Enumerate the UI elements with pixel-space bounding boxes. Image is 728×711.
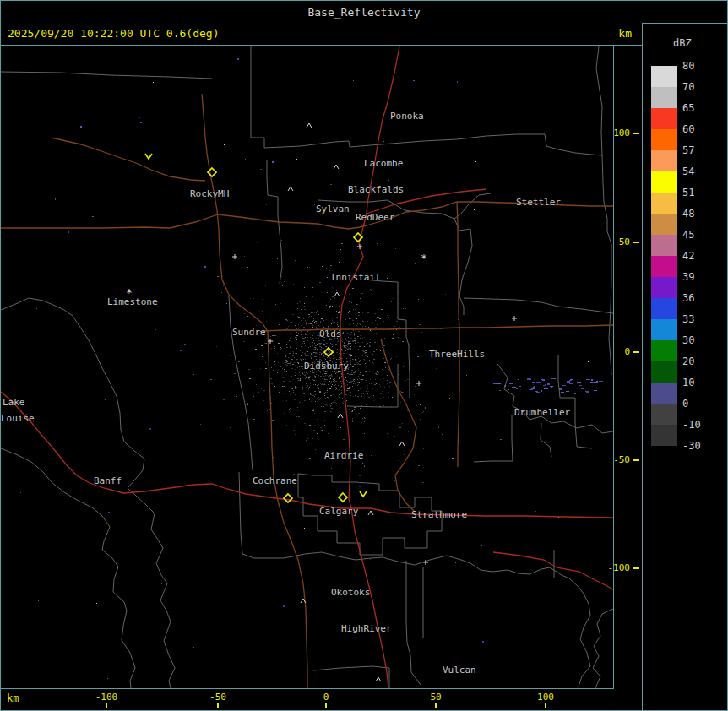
echo-dot (280, 312, 281, 312)
echo-dot (307, 385, 308, 386)
echo-dot (335, 344, 336, 345)
echo-dot (332, 312, 333, 312)
echo-dot (357, 336, 359, 337)
weak-echo-dot (370, 559, 371, 560)
echo-dot (414, 394, 415, 395)
echo-streak (594, 390, 597, 391)
echo-dot (324, 384, 325, 385)
echo-dot (297, 308, 298, 309)
echo-streak (536, 382, 541, 383)
echo-dot (394, 326, 395, 327)
echo-dot (333, 356, 334, 356)
echo-dot (353, 330, 354, 331)
echo-dot (333, 358, 334, 359)
echo-dot (341, 386, 342, 387)
echo-dot (323, 406, 324, 407)
echo-dot (342, 398, 343, 399)
echo-dot (296, 339, 297, 339)
echo-dot (357, 364, 358, 365)
echo-dot (355, 395, 356, 396)
echo-dot (359, 361, 360, 362)
echo-streak (541, 379, 545, 380)
echo-dot (327, 353, 329, 354)
echo-dot (340, 249, 341, 250)
echo-dot (317, 311, 318, 312)
echo-dot (312, 340, 312, 341)
echo-dot (315, 338, 317, 339)
echo-dot (320, 349, 322, 350)
echo-dot (315, 449, 316, 450)
echo-dot (313, 384, 314, 385)
echo-dot (354, 338, 356, 339)
echo-dot (314, 376, 315, 377)
echo-dot (323, 356, 324, 356)
echo-dot (387, 380, 388, 381)
echo-dot (365, 326, 366, 327)
echo-dot (319, 357, 321, 358)
echo-dot (399, 383, 399, 383)
echo-dot (302, 372, 303, 373)
echo-dot (323, 344, 325, 345)
echo-dot (355, 343, 356, 344)
echo-dot (300, 359, 302, 360)
echo-dot (352, 386, 353, 387)
echo-dot (335, 377, 337, 377)
echo-dot (305, 378, 306, 379)
echo-streak (550, 386, 553, 387)
echo-dot (360, 298, 361, 299)
echo-dot (330, 375, 332, 376)
echo-dot (297, 410, 298, 411)
echo-dot (247, 316, 248, 317)
echo-dot (370, 330, 371, 331)
echo-dot (337, 377, 339, 377)
echo-dot (328, 307, 329, 307)
echo-dot (322, 383, 323, 384)
echo-dot (328, 327, 329, 328)
echo-dot (274, 335, 276, 336)
echo-dot (309, 345, 311, 345)
weak-echo-dot (38, 600, 39, 601)
echo-dot (318, 340, 320, 341)
echo-dot (329, 374, 329, 375)
echo-dot (302, 390, 302, 391)
echo-dot (376, 349, 377, 350)
echo-dot (371, 383, 372, 384)
echo-dot (401, 392, 403, 393)
echo-dot (330, 383, 331, 384)
echo-dot (373, 395, 374, 396)
echo-dot (322, 415, 323, 415)
echo-dot (319, 392, 321, 393)
echo-dot (309, 379, 310, 380)
echo-dot (274, 383, 274, 383)
weak-echo-dot (245, 159, 246, 160)
echo-dot (361, 355, 362, 356)
echo-dot (317, 433, 318, 434)
echo-dot (349, 318, 350, 318)
echo-dot (398, 415, 399, 415)
echo-dot (371, 290, 372, 291)
echo-dot (310, 394, 311, 395)
echo-dot (445, 294, 446, 295)
echo-dot (313, 352, 314, 353)
weak-echo-dot (155, 329, 156, 330)
echo-dot (305, 353, 306, 354)
echo-dot (337, 349, 338, 350)
echo-dot (341, 374, 342, 375)
echo-dot (324, 411, 326, 412)
echo-dot (297, 362, 299, 363)
echo-dot (345, 416, 345, 417)
echo-dot (274, 349, 274, 350)
echo-dot (286, 320, 288, 321)
echo-dot (349, 377, 350, 377)
echo-dot (361, 399, 362, 399)
secondary-highways (1, 94, 613, 688)
echo-dot (334, 298, 335, 299)
echo-dot (315, 425, 316, 426)
weak-echo-dot (482, 641, 484, 643)
echo-dot (326, 379, 328, 380)
echo-dot (297, 378, 299, 379)
echo-dot (320, 350, 321, 350)
echo-dot (317, 372, 318, 372)
echo-dot (356, 334, 357, 334)
echo-dot (316, 356, 317, 357)
